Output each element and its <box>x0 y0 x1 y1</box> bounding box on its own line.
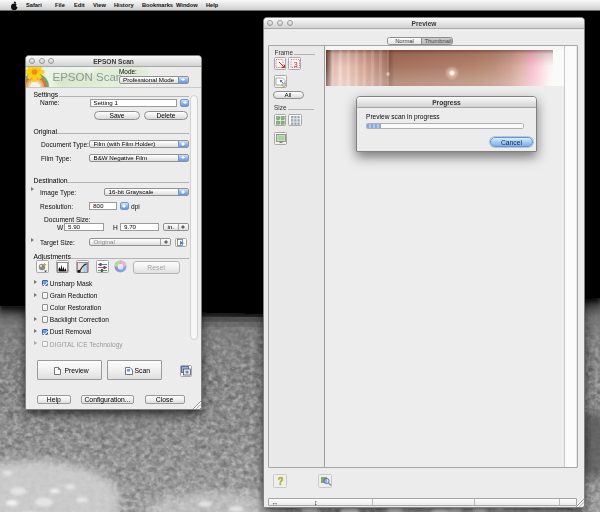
svg-text:3: 3 <box>293 60 297 69</box>
